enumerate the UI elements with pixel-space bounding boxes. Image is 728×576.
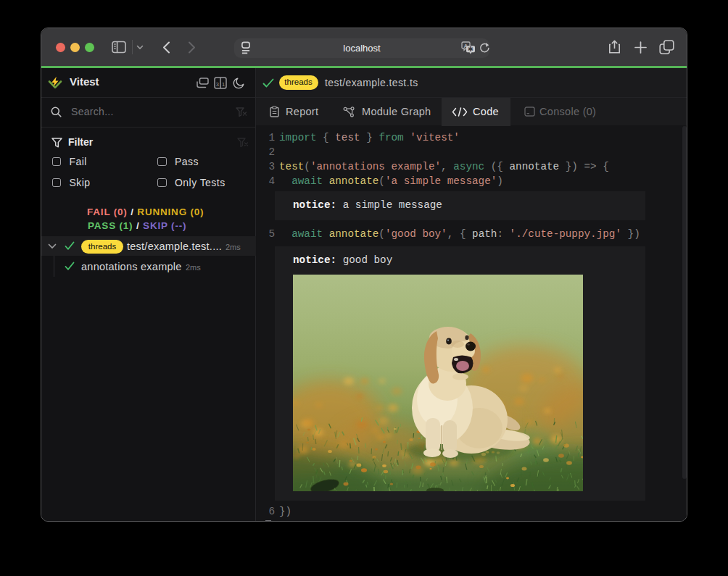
svg-text:3: 3: [216, 81, 219, 88]
svg-text:✱: ✱: [468, 45, 473, 53]
svg-text:1: 1: [222, 81, 225, 88]
